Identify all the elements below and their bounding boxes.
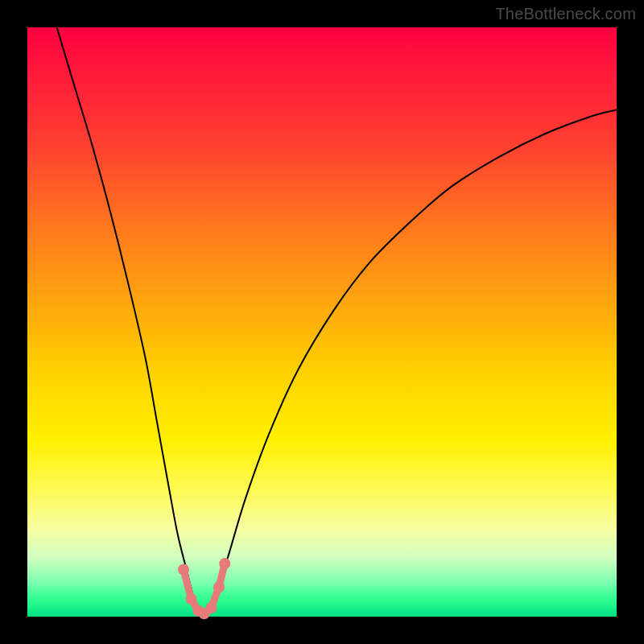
bottleneck-curve <box>57 27 617 617</box>
min-marker-dot <box>205 602 217 613</box>
watermark-text: TheBottleneck.com <box>495 5 636 23</box>
bottleneck-curve-svg <box>27 27 617 617</box>
min-markers-group <box>178 558 230 619</box>
chart-plot-area <box>27 27 617 617</box>
min-marker-dot <box>185 593 196 605</box>
min-marker-dot <box>219 558 230 569</box>
min-marker-dot <box>213 581 225 592</box>
min-marker-dot <box>178 564 189 575</box>
